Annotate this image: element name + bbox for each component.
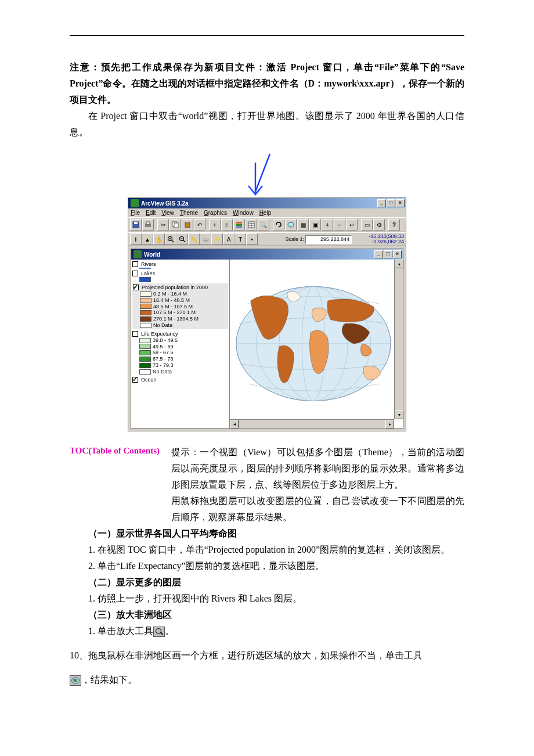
item-10-line-2: ，结果如下。 <box>70 672 464 688</box>
menu-view[interactable]: View <box>161 210 174 216</box>
query-button[interactable] <box>273 219 284 231</box>
scale-label: Scale 1: <box>285 236 304 242</box>
cut-button[interactable]: ✂ <box>157 219 169 231</box>
toc-label: TOC(Table of Contents) <box>70 446 160 455</box>
toc-panel[interactable]: Rivers Lakes Projected population in 200… <box>131 260 230 428</box>
menu-theme[interactable]: Theme <box>180 210 198 216</box>
geoprocess-button[interactable]: ⚙ <box>373 219 385 231</box>
menu-graphics[interactable]: Graphics <box>204 210 227 216</box>
zoom-selected-button[interactable]: ▣ <box>309 219 321 231</box>
map-canvas[interactable]: ▴ ▾ ◂ ▸ <box>230 260 403 428</box>
svg-rect-12 <box>236 226 242 228</box>
toolbar-2: i ▲ ✋ 📏 ▭ ⚡ A T • Scale 1: 295,222,844 -… <box>128 232 406 246</box>
pop-legend-swatch <box>140 310 151 315</box>
identify-tool[interactable]: i <box>130 233 142 245</box>
help-button[interactable]: ? <box>388 219 400 231</box>
measure-tool[interactable]: 📏 <box>188 233 200 245</box>
layer-rivers[interactable]: Rivers <box>132 261 228 269</box>
svg-line-23 <box>183 240 185 242</box>
section-1-step-1: 1. 在视图 TOC 窗口中，单击“Projected population i… <box>70 542 464 558</box>
edit-legend-button[interactable] <box>233 219 245 231</box>
scroll-left-button[interactable]: ◂ <box>230 420 239 429</box>
layer-life-expectancy[interactable]: Life Expectancy 39.8 - 49.5 49.5 - 59 59… <box>132 330 228 375</box>
paste-button[interactable] <box>182 219 193 231</box>
copy-button[interactable] <box>169 219 181 231</box>
world-close-button[interactable]: × <box>393 250 402 258</box>
print-button[interactable] <box>142 219 154 231</box>
text-tool[interactable]: T <box>234 233 246 245</box>
close-button[interactable]: × <box>396 199 405 207</box>
pop-legend-swatch <box>140 291 151 297</box>
population-checkbox[interactable] <box>133 285 139 290</box>
world-view-window: World _ □ × Rivers <box>131 249 403 429</box>
document-page: 注意：预先把工作成果保存为新项目文件：激活 Project 窗口，单击“File… <box>0 0 534 756</box>
window-controls: _ □ × <box>377 199 405 207</box>
world-title: World <box>144 251 374 258</box>
zoom-out-button[interactable]: − <box>334 219 345 231</box>
svg-rect-7 <box>174 223 178 228</box>
menubar: File Edit View Theme Graphics Window Hel… <box>128 208 406 217</box>
section-2-heading: （二）显示更多的图层 <box>70 574 464 591</box>
minimize-button[interactable]: _ <box>377 199 386 207</box>
open-table-button[interactable] <box>246 219 257 231</box>
menu-edit[interactable]: Edit <box>146 210 156 216</box>
section-1-heading: （一）显示世界各国人口平均寿命图 <box>70 525 464 542</box>
select-none-button[interactable]: ▭ <box>361 219 373 231</box>
save-button[interactable] <box>130 219 142 231</box>
scroll-down-button[interactable]: ▾ <box>395 411 403 419</box>
pan-tool[interactable]: ✋ <box>153 233 165 245</box>
layer-lakes[interactable]: Lakes <box>132 270 228 282</box>
zoom-out-tool[interactable] <box>176 233 188 245</box>
zoom-active-button[interactable]: ▦ <box>297 219 309 231</box>
maximize-button[interactable]: □ <box>387 199 395 207</box>
toc-hint-block: TOC(Table of Contents) 提示：一个视图（View）可以包括… <box>70 444 464 525</box>
life-checkbox[interactable] <box>132 331 138 337</box>
find-button[interactable]: 🔍 <box>258 219 269 231</box>
menu-file[interactable]: File <box>131 210 140 216</box>
add-theme-button[interactable]: + <box>209 219 221 231</box>
menu-help[interactable]: Help <box>259 210 272 216</box>
scale-input[interactable]: 295,222,844 <box>305 235 352 244</box>
rivers-checkbox[interactable] <box>132 261 138 267</box>
zoom-previous-button[interactable]: ↩ <box>346 219 358 231</box>
pop-legend-swatch <box>140 304 151 309</box>
hotlink-tool[interactable]: ⚡ <box>211 233 223 245</box>
draw-tool[interactable]: • <box>246 233 258 245</box>
svg-point-17 <box>288 222 294 227</box>
select-feature-tool[interactable]: ▭ <box>200 233 211 245</box>
blue-arrow-annotation <box>238 151 290 197</box>
scroll-right-button[interactable]: ▸ <box>385 420 394 429</box>
pop-legend-swatch <box>140 316 151 322</box>
lakes-checkbox[interactable] <box>132 271 138 276</box>
svg-rect-5 <box>146 222 150 224</box>
zoom-in-button[interactable]: + <box>322 219 333 231</box>
scroll-up-button[interactable]: ▴ <box>395 260 403 268</box>
world-window-controls: _ □ × <box>374 250 402 258</box>
rivers-symbol <box>139 268 151 269</box>
arcview-window: ArcView GIS 3.2a _ □ × File Edit View Th… <box>128 197 406 431</box>
svg-rect-9 <box>186 222 189 223</box>
ocean-checkbox[interactable] <box>132 377 138 383</box>
hint-line-1: 提示：一个视图（View）可以包括多个图层（Theme），当前的活动图层以高亮度… <box>171 444 464 493</box>
label-tool[interactable]: A <box>223 233 234 245</box>
section-3-heading: （三）放大非洲地区 <box>70 607 464 623</box>
pop-legend-swatch <box>140 298 151 303</box>
zoom-in-tool[interactable] <box>165 233 176 245</box>
svg-rect-3 <box>134 222 138 224</box>
svg-rect-8 <box>185 222 190 228</box>
zoom-full-extent-button[interactable] <box>285 219 297 231</box>
pointer-tool[interactable]: ▲ <box>142 233 153 245</box>
theme-properties-button[interactable]: ≡ <box>221 219 233 231</box>
undo-button[interactable]: ↶ <box>194 219 205 231</box>
view-logo-icon <box>134 250 142 258</box>
life-legend-swatch <box>139 344 151 349</box>
layer-population[interactable]: Projected population in 2000 0.2 M - 16.… <box>132 283 228 329</box>
layer-ocean[interactable]: Ocean <box>132 376 228 383</box>
horizontal-scrollbar[interactable]: ◂ ▸ <box>230 419 394 428</box>
world-titlebar: World _ □ × <box>131 249 403 260</box>
vertical-scrollbar[interactable]: ▴ ▾ <box>394 260 403 419</box>
world-maximize-button[interactable]: □ <box>384 250 392 258</box>
menu-window[interactable]: Window <box>233 210 254 216</box>
world-minimize-button[interactable]: _ <box>374 250 383 258</box>
zoom-tool-icon <box>153 627 165 637</box>
